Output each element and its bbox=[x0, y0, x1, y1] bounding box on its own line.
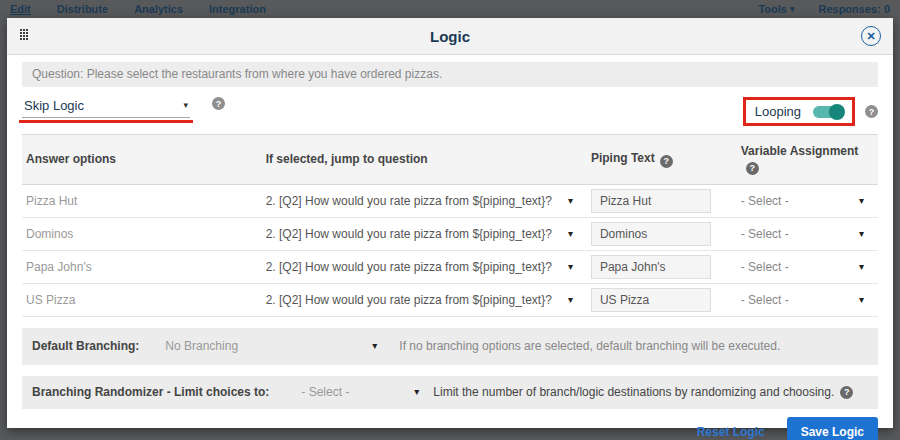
menu-item-integration[interactable]: Integration bbox=[209, 3, 266, 15]
variable-assignment-select[interactable]: - Select -▾ bbox=[741, 293, 874, 307]
chevron-down-icon: ▾ bbox=[568, 196, 573, 206]
piping-text-input[interactable] bbox=[591, 189, 711, 213]
toggle-knob bbox=[829, 104, 845, 120]
chevron-down-icon: ▾ bbox=[568, 229, 573, 239]
modal-header: Logic ✕ bbox=[7, 18, 893, 55]
jump-question-value: 2. [Q2] How would you rate pizza from ${… bbox=[266, 260, 552, 274]
logic-type-select[interactable]: Skip Logic ▾ bbox=[22, 97, 190, 118]
question-text: Question: Please select the restaurants … bbox=[22, 62, 878, 87]
answer-option-label: Papa John's bbox=[26, 260, 92, 274]
close-icon[interactable]: ✕ bbox=[861, 26, 881, 46]
looping-label: Looping bbox=[755, 104, 801, 119]
variable-assignment-value: - Select - bbox=[741, 293, 789, 307]
menu-item-analytics[interactable]: Analytics bbox=[134, 3, 183, 15]
save-logic-button[interactable]: Save Logic bbox=[787, 417, 878, 440]
jump-question-select[interactable]: 2. [Q2] How would you rate pizza from ${… bbox=[266, 227, 583, 241]
randomizer-note: Limit the number of branch/logic destina… bbox=[433, 385, 834, 399]
drag-handle-icon[interactable] bbox=[20, 29, 28, 40]
help-icon[interactable]: ? bbox=[840, 386, 853, 399]
chevron-down-icon: ▾ bbox=[859, 295, 864, 305]
variable-assignment-value: - Select - bbox=[741, 194, 789, 208]
table-row: Pizza Hut 2. [Q2] How would you rate piz… bbox=[22, 184, 878, 217]
jump-question-select[interactable]: 2. [Q2] How would you rate pizza from ${… bbox=[266, 194, 583, 208]
chevron-down-icon: ▾ bbox=[568, 295, 573, 305]
answer-option-label: Pizza Hut bbox=[26, 194, 77, 208]
header-piping-text: Piping Text? bbox=[587, 135, 737, 185]
variable-assignment-value: - Select - bbox=[741, 227, 789, 241]
chevron-down-icon: ▾ bbox=[568, 262, 573, 272]
responses-count: Responses: 0 bbox=[818, 3, 890, 15]
chevron-down-icon: ▾ bbox=[183, 101, 188, 110]
table-row: US Pizza 2. [Q2] How would you rate pizz… bbox=[22, 283, 878, 316]
randomizer-limit-select[interactable]: - Select - ▾ bbox=[301, 385, 419, 399]
help-icon[interactable]: ? bbox=[865, 105, 878, 118]
red-underline-annotation bbox=[19, 120, 193, 123]
branching-randomizer-label: Branching Randomizer - Limit choices to: bbox=[32, 385, 269, 399]
header-variable-assignment: Variable Assignment? bbox=[737, 135, 878, 185]
branching-table: Answer options If selected, jump to ques… bbox=[22, 134, 878, 317]
header-piping-text-label: Piping Text bbox=[591, 151, 655, 165]
chevron-down-icon: ▾ bbox=[372, 341, 377, 351]
help-icon[interactable]: ? bbox=[660, 155, 673, 168]
header-variable-assignment-label: Variable Assignment bbox=[741, 144, 859, 158]
menu-item-distribute[interactable]: Distribute bbox=[57, 3, 108, 15]
piping-text-input[interactable] bbox=[591, 255, 711, 279]
top-menubar: Edit Distribute Analytics Integration To… bbox=[0, 0, 900, 18]
table-row: Papa John's 2. [Q2] How would you rate p… bbox=[22, 250, 878, 283]
help-icon[interactable]: ? bbox=[212, 97, 225, 110]
default-branching-value: No Branching bbox=[165, 339, 238, 353]
logic-modal: Logic ✕ Question: Please select the rest… bbox=[7, 18, 893, 428]
piping-text-input[interactable] bbox=[591, 222, 711, 246]
default-branching-select[interactable]: No Branching ▾ bbox=[165, 339, 377, 353]
chevron-down-icon: ▾ bbox=[859, 262, 864, 272]
chevron-down-icon: ▾ bbox=[859, 196, 864, 206]
jump-question-value: 2. [Q2] How would you rate pizza from ${… bbox=[266, 194, 552, 208]
help-icon[interactable]: ? bbox=[746, 162, 759, 175]
table-row: Dominos 2. [Q2] How would you rate pizza… bbox=[22, 217, 878, 250]
answer-option-label: US Pizza bbox=[26, 293, 75, 307]
chevron-down-icon: ▾ bbox=[790, 5, 795, 14]
header-answer-options: Answer options bbox=[22, 135, 262, 185]
branching-randomizer-row: Branching Randomizer - Limit choices to:… bbox=[22, 376, 878, 409]
chevron-down-icon: ▾ bbox=[859, 229, 864, 239]
default-branching-note: If no branching options are selected, de… bbox=[399, 339, 780, 353]
variable-assignment-value: - Select - bbox=[741, 260, 789, 274]
jump-question-value: 2. [Q2] How would you rate pizza from ${… bbox=[266, 293, 552, 307]
reset-logic-link[interactable]: Reset Logic bbox=[697, 425, 765, 439]
variable-assignment-select[interactable]: - Select -▾ bbox=[741, 194, 874, 208]
edit-menu-group: Edit Distribute Analytics Integration bbox=[10, 3, 266, 15]
piping-text-input[interactable] bbox=[591, 288, 711, 312]
chevron-down-icon: ▾ bbox=[414, 387, 419, 397]
red-box-annotation: Looping bbox=[743, 97, 855, 126]
variable-assignment-select[interactable]: - Select -▾ bbox=[741, 260, 874, 274]
jump-question-select[interactable]: 2. [Q2] How would you rate pizza from ${… bbox=[266, 260, 583, 274]
tools-dropdown[interactable]: Tools ▾ bbox=[758, 3, 794, 15]
tools-label: Tools bbox=[758, 3, 787, 15]
header-jump-to-question: If selected, jump to question bbox=[262, 135, 587, 185]
logic-type-value: Skip Logic bbox=[24, 98, 84, 113]
default-branching-label: Default Branching: bbox=[32, 339, 139, 353]
looping-toggle[interactable] bbox=[813, 106, 843, 118]
answer-option-label: Dominos bbox=[26, 227, 73, 241]
default-branching-row: Default Branching: No Branching ▾ If no … bbox=[22, 328, 878, 365]
jump-question-value: 2. [Q2] How would you rate pizza from ${… bbox=[266, 227, 552, 241]
jump-question-select[interactable]: 2. [Q2] How would you rate pizza from ${… bbox=[266, 293, 583, 307]
modal-title: Logic bbox=[430, 28, 470, 45]
menu-item-edit[interactable]: Edit bbox=[10, 3, 31, 15]
randomizer-limit-value: - Select - bbox=[301, 385, 349, 399]
variable-assignment-select[interactable]: - Select -▾ bbox=[741, 227, 874, 241]
